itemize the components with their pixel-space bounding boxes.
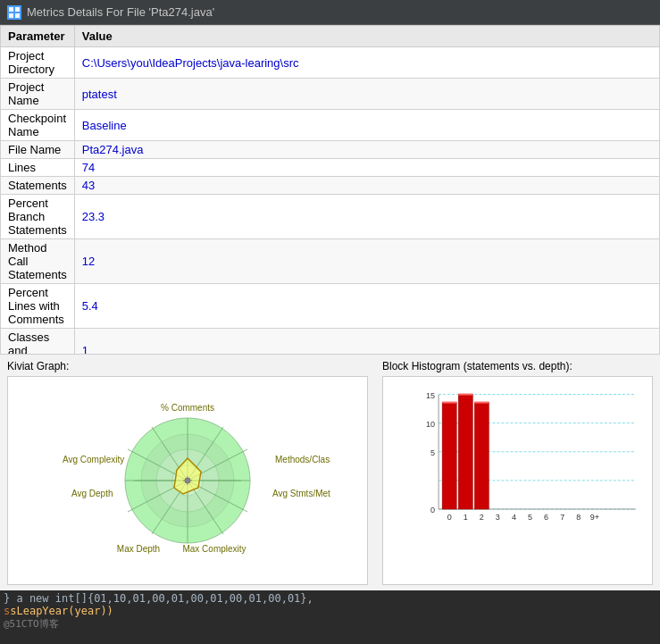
- kiviat-container: % Comments Methods/Class Avg Stmts/Metho…: [7, 376, 368, 585]
- value-cell: 5.4: [74, 284, 659, 329]
- value-cell: Pta274.java: [74, 141, 659, 159]
- svg-text:0: 0: [430, 506, 435, 514]
- value-cell: 43: [74, 177, 659, 195]
- svg-rect-4: [15, 13, 20, 18]
- svg-text:6: 6: [544, 513, 548, 522]
- value-cell: 1: [74, 329, 659, 355]
- svg-text:3: 3: [496, 513, 500, 522]
- table-row: Statements43: [1, 177, 660, 195]
- metrics-table: Parameter Value Project DirectoryC:\User…: [0, 25, 660, 354]
- value-cell: 12: [74, 239, 659, 284]
- svg-text:9+: 9+: [590, 513, 599, 522]
- metrics-table-wrapper[interactable]: Parameter Value Project DirectoryC:\User…: [0, 25, 660, 354]
- param-cell: Classes and Interfaces: [1, 329, 75, 355]
- table-row: Method Call Statements12: [1, 239, 660, 284]
- value-cell: Baseline: [74, 110, 659, 141]
- svg-text:5: 5: [528, 513, 532, 522]
- value-cell: C:\Users\you\IdeaProjects\java-learing\s…: [74, 47, 659, 79]
- svg-text:Avg Stmts/Method: Avg Stmts/Method: [272, 489, 330, 498]
- table-row: Project Nameptatest: [1, 79, 660, 110]
- table-row: Percent Branch Statements23.3: [1, 195, 660, 239]
- svg-text:0: 0: [447, 513, 452, 522]
- status-line-2: ssLeapYear(year)): [4, 605, 656, 617]
- svg-rect-39: [458, 395, 472, 509]
- param-cell: Checkpoint Name: [1, 110, 75, 141]
- main-content: Parameter Value Project DirectoryC:\User…: [0, 25, 660, 590]
- svg-rect-38: [442, 403, 456, 509]
- histogram-container: 15 10 5 0: [382, 376, 653, 585]
- window-icon: [7, 5, 21, 20]
- value-cell: 23.3: [74, 195, 659, 239]
- svg-text:% Comments: % Comments: [161, 403, 214, 413]
- kiviat-label: Kiviat Graph:: [7, 360, 368, 372]
- svg-text:2: 2: [480, 513, 484, 522]
- svg-rect-3: [9, 13, 13, 18]
- value-cell: ptatest: [74, 79, 659, 110]
- svg-text:10: 10: [426, 420, 435, 429]
- col-header-value: Value: [74, 26, 659, 47]
- svg-text:15: 15: [426, 391, 435, 400]
- histogram-section: Block Histogram (statements vs. depth): …: [375, 355, 660, 590]
- col-header-parameter: Parameter: [1, 26, 75, 47]
- status-line-1: } a new int[]{01,10,01,00,01,00,01,00,01…: [4, 592, 656, 605]
- table-row: Classes and Interfaces1: [1, 329, 660, 355]
- table-row: Checkpoint NameBaseline: [1, 110, 660, 141]
- value-cell: 74: [74, 159, 659, 177]
- svg-text:Max Depth: Max Depth: [117, 544, 160, 554]
- histogram-label: Block Histogram (statements vs. depth):: [382, 360, 653, 372]
- param-cell: Project Directory: [1, 47, 75, 79]
- kiviat-graph: % Comments Methods/Class Avg Stmts/Metho…: [45, 391, 330, 570]
- histogram-graph: 15 10 5 0: [412, 384, 645, 557]
- table-row: Project DirectoryC:\Users\you\IdeaProjec…: [1, 47, 660, 79]
- svg-text:8: 8: [576, 513, 581, 522]
- param-cell: Project Name: [1, 79, 75, 110]
- charts-row: Kiviat Graph:: [0, 354, 660, 590]
- table-row: Lines74: [1, 159, 660, 177]
- svg-text:Max Complexity: Max Complexity: [182, 544, 246, 554]
- table-row: Percent Lines with Comments5.4: [1, 284, 660, 329]
- window-title: Metrics Details For File 'Pta274.java': [27, 5, 214, 19]
- status-method-name: sLeapYear(year)): [10, 605, 113, 617]
- kiviat-section: Kiviat Graph:: [0, 355, 375, 590]
- param-cell: Statements: [1, 177, 75, 195]
- svg-text:7: 7: [560, 513, 564, 522]
- svg-rect-1: [9, 7, 13, 12]
- svg-text:Avg Complexity: Avg Complexity: [63, 455, 124, 464]
- status-line-3: @51CTO博客: [4, 617, 656, 631]
- svg-text:4: 4: [512, 513, 516, 522]
- param-cell: Lines: [1, 159, 75, 177]
- svg-text:Methods/Class: Methods/Class: [275, 455, 330, 464]
- param-cell: Percent Lines with Comments: [1, 284, 75, 329]
- status-bar: } a new int[]{01,10,01,00,01,00,01,00,01…: [0, 590, 660, 644]
- svg-rect-2: [15, 7, 20, 12]
- svg-text:Avg Depth: Avg Depth: [71, 489, 113, 498]
- svg-text:1: 1: [464, 513, 468, 522]
- param-cell: Percent Branch Statements: [1, 195, 75, 239]
- param-cell: Method Call Statements: [1, 239, 75, 284]
- table-row: File NamePta274.java: [1, 141, 660, 159]
- param-cell: File Name: [1, 141, 75, 159]
- title-bar: Metrics Details For File 'Pta274.java': [0, 0, 660, 25]
- svg-text:5: 5: [430, 448, 435, 457]
- svg-rect-40: [474, 403, 489, 509]
